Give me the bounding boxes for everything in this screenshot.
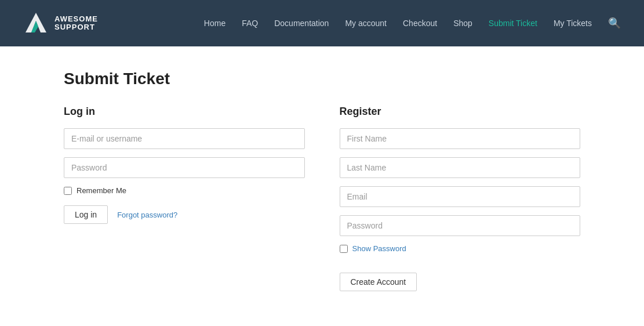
remember-me-row: Remember Me [64, 186, 305, 195]
email-username-group [64, 128, 305, 149]
logo[interactable]: AWESOME SUPPORT [23, 10, 98, 36]
register-section: Register Show Password Create Account [340, 106, 581, 291]
main-content: Submit Ticket Log in Remember Me Log in … [0, 46, 644, 314]
register-email-input[interactable] [340, 186, 581, 207]
remember-me-label[interactable]: Remember Me [77, 186, 126, 195]
show-password-row: Show Password [340, 244, 581, 253]
login-password-group [64, 157, 305, 178]
page-title: Submit Ticket [64, 70, 580, 88]
nav-my-account[interactable]: My account [345, 19, 387, 28]
last-name-group [340, 157, 581, 178]
login-button[interactable]: Log in [64, 205, 108, 224]
show-password-checkbox[interactable] [340, 245, 348, 253]
nav-faq[interactable]: FAQ [242, 19, 258, 28]
register-password-input[interactable] [340, 215, 581, 236]
first-name-input[interactable] [340, 128, 581, 149]
login-title: Log in [64, 106, 305, 118]
show-password-label[interactable]: Show Password [352, 244, 406, 253]
register-email-group [340, 186, 581, 207]
site-header: AWESOME SUPPORT Home FAQ Documentation M… [0, 0, 644, 46]
first-name-group [340, 128, 581, 149]
register-title: Register [340, 106, 581, 118]
nav-documentation[interactable]: Documentation [274, 19, 329, 28]
remember-me-checkbox[interactable] [64, 187, 72, 195]
register-password-group [340, 215, 581, 236]
forgot-password-link[interactable]: Forgot password? [117, 211, 177, 219]
login-password-input[interactable] [64, 157, 305, 178]
login-section: Log in Remember Me Log in Forgot passwor… [64, 106, 305, 291]
two-column-layout: Log in Remember Me Log in Forgot passwor… [64, 106, 580, 291]
nav-my-tickets[interactable]: My Tickets [554, 19, 592, 28]
login-actions: Log in Forgot password? [64, 205, 305, 224]
nav-home[interactable]: Home [204, 19, 225, 28]
nav-submit-ticket[interactable]: Submit Ticket [489, 19, 537, 28]
main-nav: Home FAQ Documentation My account Checko… [204, 18, 621, 28]
create-account-button[interactable]: Create Account [340, 273, 417, 291]
logo-text: AWESOME SUPPORT [54, 15, 98, 32]
search-icon[interactable]: 🔍 [608, 18, 621, 28]
nav-shop[interactable]: Shop [453, 19, 472, 28]
last-name-input[interactable] [340, 157, 581, 178]
nav-checkout[interactable]: Checkout [403, 19, 437, 28]
email-username-input[interactable] [64, 128, 305, 149]
